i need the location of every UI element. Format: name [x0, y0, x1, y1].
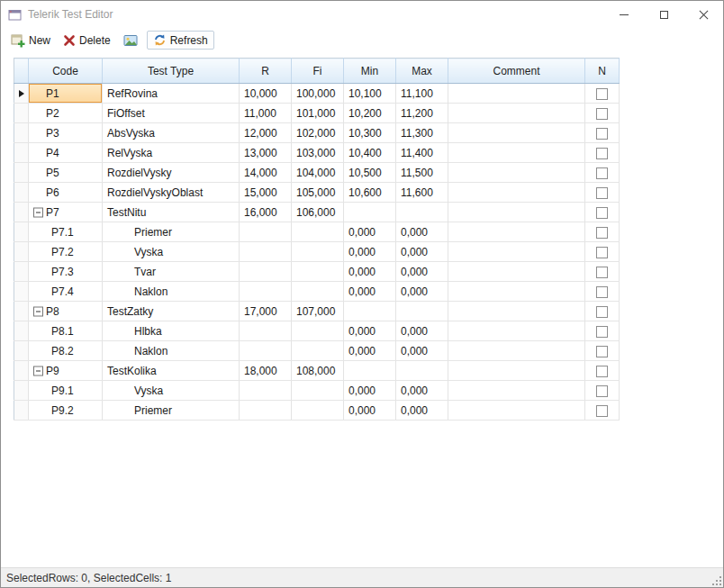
image-button[interactable] — [120, 32, 141, 50]
cell-code[interactable]: P9.1 — [29, 381, 103, 401]
cell-n[interactable] — [585, 123, 620, 143]
cell-max[interactable]: 11,300 — [396, 123, 448, 143]
cell-max[interactable]: 0,000 — [396, 262, 448, 282]
cell-fi[interactable]: 106,000 — [292, 203, 344, 222]
cell-test-type[interactable]: Tvar — [103, 262, 240, 282]
current-row-indicator[interactable] — [14, 84, 29, 104]
grid-row-P7.4[interactable]: P7.4Naklon0,0000,000 — [14, 282, 620, 302]
cell-test-type[interactable]: AbsVyska — [103, 123, 240, 143]
cell-max[interactable]: 11,500 — [396, 163, 448, 183]
cell-test-type[interactable]: Priemer — [103, 401, 240, 421]
cell-test-type[interactable]: RozdielVyskyOblast — [103, 183, 240, 203]
cell-n[interactable] — [585, 222, 620, 242]
n-checkbox[interactable] — [596, 405, 608, 417]
cell-n[interactable] — [585, 203, 620, 222]
cell-r[interactable]: 18,000 — [240, 361, 292, 381]
n-checkbox[interactable] — [596, 346, 608, 357]
row-indicator[interactable] — [14, 321, 29, 341]
cell-code[interactable]: P4 — [29, 143, 103, 163]
grid-row-P7.1[interactable]: P7.1Priemer0,0000,000 — [14, 222, 620, 242]
cell-code[interactable]: P7.2 — [29, 242, 103, 262]
grid-row-P8.1[interactable]: P8.1Hlbka0,0000,000 — [14, 321, 620, 341]
cell-n[interactable] — [585, 361, 620, 381]
cell-code[interactable]: P8.1 — [29, 321, 103, 341]
row-indicator[interactable] — [14, 302, 29, 321]
cell-max[interactable] — [396, 361, 448, 381]
row-indicator[interactable] — [14, 123, 29, 143]
cell-min[interactable] — [344, 203, 396, 222]
cell-fi[interactable]: 103,000 — [292, 143, 344, 163]
cell-fi[interactable]: 104,000 — [292, 163, 344, 183]
collapse-minus-icon[interactable] — [33, 306, 43, 316]
cell-r[interactable] — [240, 381, 292, 401]
cell-code[interactable]: P7.1 — [29, 222, 103, 242]
grid-row-P7[interactable]: P7TestNitu16,000106,000 — [14, 203, 620, 222]
cell-r[interactable] — [240, 222, 292, 242]
cell-fi[interactable] — [292, 242, 344, 262]
cell-test-type[interactable]: RozdielVysky — [103, 163, 240, 183]
n-checkbox[interactable] — [596, 187, 608, 199]
row-indicator[interactable] — [14, 361, 29, 381]
cell-comment[interactable] — [448, 282, 585, 302]
cell-comment[interactable] — [448, 203, 585, 222]
cell-max[interactable]: 0,000 — [396, 341, 448, 361]
cell-test-type[interactable]: Naklon — [103, 341, 240, 361]
cell-r[interactable] — [240, 321, 292, 341]
cell-min[interactable]: 0,000 — [344, 262, 396, 282]
cell-min[interactable]: 0,000 — [344, 381, 396, 401]
cell-test-type[interactable]: Vyska — [103, 242, 240, 262]
n-checkbox[interactable] — [596, 88, 608, 100]
collapse-minus-icon[interactable] — [33, 207, 43, 217]
cell-comment[interactable] — [448, 84, 585, 104]
app-icon[interactable] — [8, 8, 22, 22]
cell-n[interactable] — [585, 183, 620, 203]
n-checkbox[interactable] — [596, 128, 608, 140]
cell-code[interactable]: P6 — [29, 183, 103, 203]
cell-code[interactable]: P1 — [29, 84, 103, 104]
cell-fi[interactable] — [292, 282, 344, 302]
cell-n[interactable] — [585, 143, 620, 163]
cell-r[interactable]: 10,000 — [240, 84, 292, 104]
cell-test-type[interactable]: RelVyska — [103, 143, 240, 163]
column-header-test-type[interactable]: Test Type — [103, 59, 240, 84]
n-checkbox[interactable] — [596, 326, 608, 338]
cell-n[interactable] — [585, 341, 620, 361]
cell-code[interactable]: P7.4 — [29, 282, 103, 302]
row-indicator[interactable] — [14, 203, 29, 222]
resize-grip-icon[interactable] — [710, 574, 721, 585]
cell-test-type[interactable]: TestZatky — [103, 302, 240, 321]
maximize-button[interactable] — [644, 1, 683, 28]
cell-comment[interactable] — [448, 104, 585, 123]
cell-min[interactable]: 0,000 — [344, 321, 396, 341]
cell-max[interactable]: 0,000 — [396, 222, 448, 242]
n-checkbox[interactable] — [596, 286, 608, 298]
grid-row-P8.2[interactable]: P8.2Naklon0,0000,000 — [14, 341, 620, 361]
row-indicator[interactable] — [14, 401, 29, 421]
n-checkbox[interactable] — [596, 227, 608, 239]
cell-min[interactable]: 0,000 — [344, 341, 396, 361]
cell-max[interactable]: 0,000 — [396, 401, 448, 421]
cell-comment[interactable] — [448, 222, 585, 242]
cell-max[interactable]: 11,400 — [396, 143, 448, 163]
cell-comment[interactable] — [448, 123, 585, 143]
cell-code[interactable]: P2 — [29, 104, 103, 123]
cell-code[interactable]: P8 — [29, 302, 103, 321]
cell-r[interactable] — [240, 282, 292, 302]
cell-test-type[interactable]: Priemer — [103, 222, 240, 242]
n-checkbox[interactable] — [596, 247, 608, 258]
column-header-r[interactable]: R — [240, 59, 292, 84]
cell-min[interactable]: 10,100 — [344, 84, 396, 104]
close-button[interactable] — [683, 1, 723, 28]
cell-max[interactable]: 11,200 — [396, 104, 448, 123]
row-indicator[interactable] — [14, 163, 29, 183]
cell-max[interactable]: 0,000 — [396, 242, 448, 262]
grid-row-P7.3[interactable]: P7.3Tvar0,0000,000 — [14, 262, 620, 282]
cell-comment[interactable] — [448, 401, 585, 421]
cell-test-type[interactable]: RefRovina — [103, 84, 240, 104]
cell-r[interactable] — [240, 341, 292, 361]
n-checkbox[interactable] — [596, 148, 608, 159]
grid-row-P3[interactable]: P3AbsVyska12,000102,00010,30011,300 — [14, 123, 620, 143]
cell-fi[interactable] — [292, 401, 344, 421]
cell-comment[interactable] — [448, 242, 585, 262]
cell-r[interactable] — [240, 242, 292, 262]
